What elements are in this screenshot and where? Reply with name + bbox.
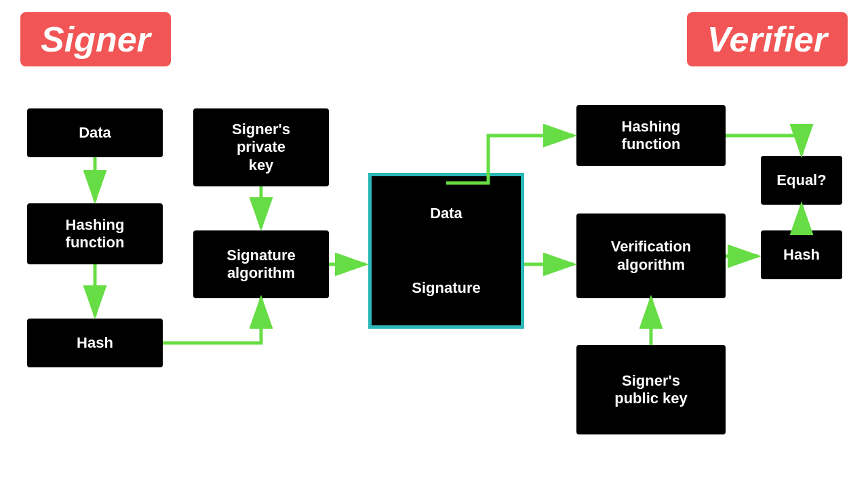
data-signature-container: Data Signature	[368, 173, 524, 329]
verification-algorithm-box: Verificationalgorithm	[576, 214, 726, 298]
hashing-function-box-left: Hashingfunction	[27, 203, 163, 264]
verifier-title: Verifier	[707, 20, 827, 59]
hashing-function-box-right: Hashingfunction	[576, 105, 726, 166]
signers-private-key-box: Signer'sprivatekey	[193, 108, 329, 186]
signer-banner: Signer	[20, 12, 171, 66]
signature-in-container: Signature	[372, 251, 521, 325]
data-box: Data	[27, 108, 163, 157]
signer-title: Signer	[41, 20, 151, 59]
signature-algorithm-box: Signaturealgorithm	[193, 230, 329, 298]
hash-box-right: Hash	[761, 230, 842, 279]
data-in-container: Data	[372, 176, 521, 251]
hash-box-left: Hash	[27, 319, 163, 367]
equal-box: Equal?	[761, 156, 842, 205]
signers-public-key-box: Signer'spublic key	[576, 345, 726, 434]
verifier-banner: Verifier	[687, 12, 848, 66]
